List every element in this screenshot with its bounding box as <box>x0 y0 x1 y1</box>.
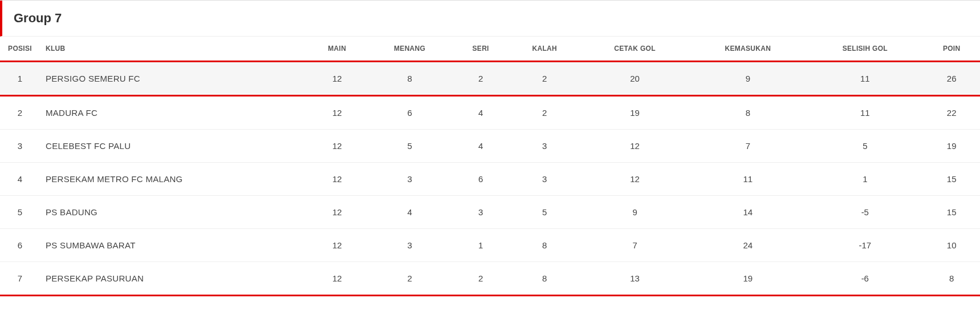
table-row: 2MADURA FC126421981122 <box>0 96 980 130</box>
cell-selisih-gol: -17 <box>807 229 923 262</box>
cell-menang: 5 <box>366 130 453 163</box>
cell-kalah: 8 <box>509 262 581 295</box>
cell-club: CELEBEST FC PALU <box>40 130 308 163</box>
cell-kalah: 3 <box>509 163 581 196</box>
cell-pos: 5 <box>0 196 40 229</box>
cell-seri: 4 <box>453 130 509 163</box>
cell-club: PERSEKAP PASURUAN <box>40 262 308 295</box>
cell-poin: 15 <box>923 196 980 229</box>
header-row: POSISI KLUB MAIN MENANG SERI KALAH CETAK… <box>0 37 980 62</box>
cell-poin: 10 <box>923 229 980 262</box>
cell-club: PS BADUNG <box>40 196 308 229</box>
cell-kemasukan: 8 <box>689 96 807 130</box>
cell-main: 12 <box>308 262 366 295</box>
cell-club: MADURA FC <box>40 96 308 130</box>
cell-kemasukan: 7 <box>689 130 807 163</box>
cell-menang: 3 <box>366 163 453 196</box>
cell-cetak-gol: 12 <box>581 130 689 163</box>
cell-selisih-gol: -5 <box>807 196 923 229</box>
cell-selisih-gol: 1 <box>807 163 923 196</box>
cell-main: 12 <box>308 229 366 262</box>
cell-cetak-gol: 12 <box>581 163 689 196</box>
col-header-menang: MENANG <box>366 37 453 62</box>
table-row: 1PERSIGO SEMERU FC128222091126 <box>0 62 980 96</box>
col-header-kalah: KALAH <box>509 37 581 62</box>
cell-poin: 19 <box>923 130 980 163</box>
cell-pos: 7 <box>0 262 40 295</box>
cell-main: 12 <box>308 96 366 130</box>
col-header-cetak-gol: CETAK GOL <box>581 37 689 62</box>
table-row: 3CELEBEST FC PALU12543127519 <box>0 130 980 163</box>
cell-kemasukan: 9 <box>689 62 807 96</box>
table-row: 6PS SUMBAWA BARAT12318724-1710 <box>0 229 980 262</box>
cell-cetak-gol: 7 <box>581 229 689 262</box>
cell-seri: 6 <box>453 163 509 196</box>
cell-poin: 8 <box>923 262 980 295</box>
cell-kemasukan: 14 <box>689 196 807 229</box>
cell-kalah: 8 <box>509 229 581 262</box>
cell-seri: 2 <box>453 262 509 295</box>
cell-menang: 8 <box>366 62 453 96</box>
col-header-main: MAIN <box>308 37 366 62</box>
cell-kemasukan: 11 <box>689 163 807 196</box>
col-header-kemasukan: KEMASUKAN <box>689 37 807 62</box>
cell-main: 12 <box>308 62 366 96</box>
cell-kemasukan: 24 <box>689 229 807 262</box>
cell-seri: 4 <box>453 96 509 130</box>
cell-kalah: 5 <box>509 196 581 229</box>
cell-menang: 2 <box>366 262 453 295</box>
cell-poin: 15 <box>923 163 980 196</box>
col-header-club: KLUB <box>40 37 308 62</box>
cell-poin: 26 <box>923 62 980 96</box>
standings-table: POSISI KLUB MAIN MENANG SERI KALAH CETAK… <box>0 37 980 295</box>
cell-main: 12 <box>308 163 366 196</box>
cell-cetak-gol: 13 <box>581 262 689 295</box>
cell-kalah: 3 <box>509 130 581 163</box>
cell-seri: 2 <box>453 62 509 96</box>
cell-seri: 1 <box>453 229 509 262</box>
cell-cetak-gol: 20 <box>581 62 689 96</box>
col-header-pos: POSISI <box>0 37 40 62</box>
cell-poin: 22 <box>923 96 980 130</box>
cell-pos: 4 <box>0 163 40 196</box>
cell-menang: 4 <box>366 196 453 229</box>
cell-selisih-gol: 11 <box>807 62 923 96</box>
col-header-selisih-gol: SELISIH GOL <box>807 37 923 62</box>
cell-selisih-gol: 11 <box>807 96 923 130</box>
col-header-seri: SERI <box>453 37 509 62</box>
cell-club: PS SUMBAWA BARAT <box>40 229 308 262</box>
cell-menang: 3 <box>366 229 453 262</box>
cell-seri: 3 <box>453 196 509 229</box>
cell-selisih-gol: -6 <box>807 262 923 295</box>
table-row: 7PERSEKAP PASURUAN122281319-68 <box>0 262 980 295</box>
cell-main: 12 <box>308 196 366 229</box>
cell-cetak-gol: 9 <box>581 196 689 229</box>
cell-club: PERSIGO SEMERU FC <box>40 62 308 96</box>
cell-kemasukan: 19 <box>689 262 807 295</box>
group-title: Group 7 <box>0 1 980 37</box>
cell-menang: 6 <box>366 96 453 130</box>
cell-pos: 3 <box>0 130 40 163</box>
cell-cetak-gol: 19 <box>581 96 689 130</box>
col-header-poin: POIN <box>923 37 980 62</box>
cell-kalah: 2 <box>509 62 581 96</box>
cell-club: PERSEKAM METRO FC MALANG <box>40 163 308 196</box>
table-row: 4PERSEKAM METRO FC MALANG123631211115 <box>0 163 980 196</box>
table-row: 5PS BADUNG12435914-515 <box>0 196 980 229</box>
cell-kalah: 2 <box>509 96 581 130</box>
cell-pos: 1 <box>0 62 40 96</box>
cell-pos: 6 <box>0 229 40 262</box>
cell-main: 12 <box>308 130 366 163</box>
cell-pos: 2 <box>0 96 40 130</box>
cell-selisih-gol: 5 <box>807 130 923 163</box>
standings-table-container: Group 7 POSISI KLUB MAIN MENANG SERI KAL… <box>0 0 980 296</box>
